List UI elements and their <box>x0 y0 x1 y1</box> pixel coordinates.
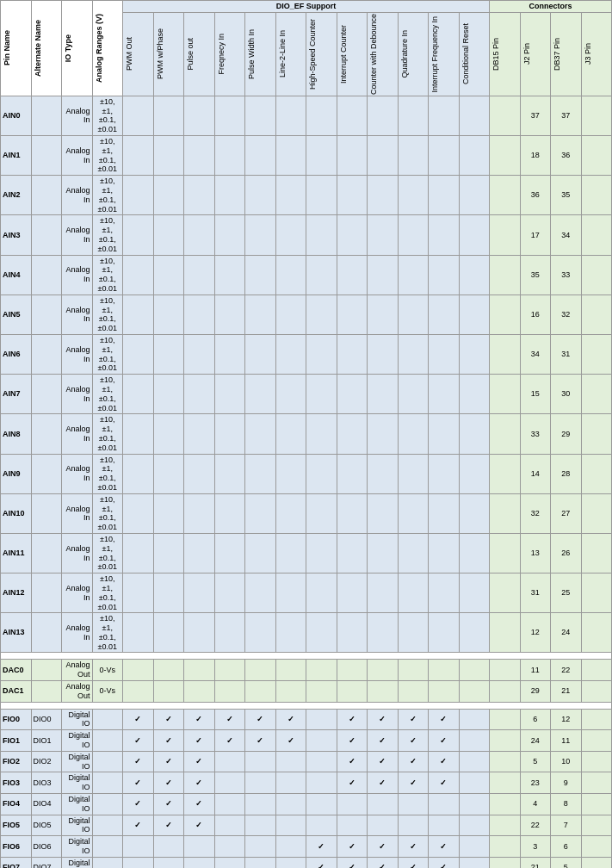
cell-analog-ranges: ±10, ±1, ±0.1, ±0.01 <box>92 533 123 573</box>
cell-db37: 24 <box>551 613 582 653</box>
cell-io-type: Digital IO <box>62 730 93 752</box>
cell-j2: 21 <box>520 857 551 868</box>
cell-analog-ranges <box>92 794 123 815</box>
cell-j2: 31 <box>520 574 551 613</box>
cell-pin-name: FIO3 <box>1 772 32 794</box>
cell-db15 <box>490 660 521 681</box>
cell-io-type: Analog In <box>62 215 93 255</box>
cell-io-type: Digital IO <box>62 794 93 815</box>
cell-io-type: Analog In <box>62 574 93 613</box>
cell-db37: 22 <box>551 660 582 681</box>
table-row: FIO2DIO2Digital IO✓✓✓✓✓✓✓510 <box>1 751 612 772</box>
cell-db37: 32 <box>551 294 582 334</box>
header-db37: DB37 Pin <box>551 12 582 96</box>
cell-db15 <box>490 613 521 653</box>
cell-j2: 4 <box>520 794 551 815</box>
cell-io-type: Digital IO <box>62 836 93 858</box>
cell-alt-name <box>31 574 62 613</box>
cell-alt-name <box>31 136 62 176</box>
cell-j2: 11 <box>520 660 551 681</box>
cell-j3 <box>581 294 612 334</box>
cell-db37: 37 <box>551 96 582 135</box>
table-row: FIO7DIO7Digital IO✓✓✓✓✓215 <box>1 857 612 868</box>
cell-pin-name: AIN2 <box>1 176 32 215</box>
table-row: FIO4DIO4Digital IO✓✓✓48 <box>1 794 612 815</box>
header-j3: J3 Pin <box>581 12 612 96</box>
cell-io-type: Digital IO <box>62 772 93 794</box>
header-int-freq: Interrupt Frequency In <box>429 12 460 96</box>
main-table-container: Pin Name Alternate Name IO Type Analog R… <box>0 0 612 868</box>
cell-j2: 23 <box>520 772 551 794</box>
cell-j3 <box>581 136 612 176</box>
header-db15: DB15 Pin <box>490 12 521 96</box>
cell-alt-name <box>31 454 62 493</box>
cell-j3 <box>581 660 612 681</box>
cell-alt-name: DIO1 <box>31 730 62 752</box>
cell-analog-ranges: ±10, ±1, ±0.1, ±0.01 <box>92 294 123 334</box>
cell-db15 <box>490 136 521 176</box>
cell-db15 <box>490 815 521 836</box>
cell-db15 <box>490 709 521 730</box>
cell-pin-name: AIN8 <box>1 414 32 454</box>
cell-j3 <box>581 613 612 653</box>
cell-analog-ranges: 0-Vs <box>92 660 123 681</box>
header-line2line: Line-2-Line In <box>275 12 306 96</box>
cell-io-type: Analog In <box>62 533 93 573</box>
cell-pin-name: FIO2 <box>1 751 32 772</box>
cell-alt-name <box>31 414 62 454</box>
cell-io-type: Digital IO <box>62 709 93 730</box>
table-row: AIN2Analog In±10, ±1, ±0.1, ±0.013635 <box>1 176 612 215</box>
table-row: FIO6DIO6Digital IO✓✓✓✓✓36 <box>1 836 612 858</box>
cell-alt-name <box>31 681 62 703</box>
cell-j2: 33 <box>520 414 551 454</box>
cell-db37: 12 <box>551 709 582 730</box>
cell-alt-name <box>31 334 62 374</box>
cell-analog-ranges <box>92 730 123 752</box>
cell-io-type: Analog In <box>62 414 93 454</box>
cell-alt-name <box>31 96 62 135</box>
header-high-speed: High-Speed Counter <box>306 12 337 96</box>
cell-db37: 36 <box>551 136 582 176</box>
cell-j2: 36 <box>520 176 551 215</box>
cell-io-type: Analog In <box>62 613 93 653</box>
header-freq-in: Freqnecy In <box>214 12 245 96</box>
table-row: FIO1DIO1Digital IO✓✓✓✓✓✓✓✓✓✓2411 <box>1 730 612 752</box>
cell-io-type: Analog In <box>62 294 93 334</box>
table-row: AIN12Analog In±10, ±1, ±0.1, ±0.013125 <box>1 574 612 613</box>
cell-pin-name: DAC1 <box>1 681 32 703</box>
cell-io-type: Analog In <box>62 255 93 294</box>
table-row: AIN3Analog In±10, ±1, ±0.1, ±0.011734 <box>1 215 612 255</box>
cell-db37: 6 <box>551 836 582 858</box>
cell-pin-name: AIN12 <box>1 574 32 613</box>
cell-analog-ranges: ±10, ±1, ±0.1, ±0.01 <box>92 454 123 493</box>
cell-db37: 27 <box>551 493 582 533</box>
cell-j3 <box>581 255 612 294</box>
cell-io-type: Digital IO <box>62 751 93 772</box>
cell-io-type: Analog In <box>62 96 93 135</box>
cell-j3 <box>581 533 612 573</box>
cell-io-type: Analog In <box>62 334 93 374</box>
cell-j2: 32 <box>520 493 551 533</box>
cell-alt-name: DIO7 <box>31 857 62 868</box>
cell-db37: 7 <box>551 815 582 836</box>
cell-db37: 9 <box>551 772 582 794</box>
header-pulse-width: Pulse Width In <box>245 12 276 96</box>
table-row: AIN7Analog In±10, ±1, ±0.1, ±0.011530 <box>1 375 612 414</box>
cell-pin-name: AIN9 <box>1 454 32 493</box>
cell-db37: 5 <box>551 857 582 868</box>
cell-j3 <box>581 836 612 858</box>
cell-analog-ranges: ±10, ±1, ±0.1, ±0.01 <box>92 574 123 613</box>
cell-alt-name <box>31 176 62 215</box>
cell-j2: 24 <box>520 730 551 752</box>
cell-pin-name: FIO0 <box>1 709 32 730</box>
table-row: AIN6Analog In±10, ±1, ±0.1, ±0.013431 <box>1 334 612 374</box>
cell-db15 <box>490 574 521 613</box>
cell-pin-name: AIN10 <box>1 493 32 533</box>
cell-alt-name <box>31 533 62 573</box>
cell-db37: 34 <box>551 215 582 255</box>
table-row: AIN8Analog In±10, ±1, ±0.1, ±0.013329 <box>1 414 612 454</box>
cell-db15 <box>490 533 521 573</box>
table-row: AIN5Analog In±10, ±1, ±0.1, ±0.011632 <box>1 294 612 334</box>
cell-io-type: Analog Out <box>62 660 93 681</box>
cell-j3 <box>581 751 612 772</box>
